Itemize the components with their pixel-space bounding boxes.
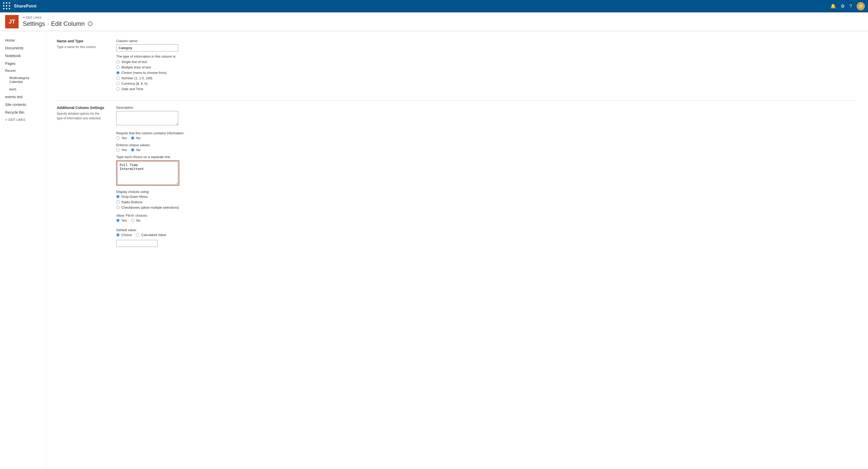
type-radio-single-line[interactable] [116,60,120,64]
display-radio-checkboxes[interactable] [116,206,120,209]
enforce-yes[interactable]: Yes [116,148,127,152]
avatar[interactable]: JT [857,2,865,10]
app-title: SharePoint [14,4,36,8]
sidebar-item-multicategory[interactable]: Multicategory Calendar [0,74,46,86]
notifications-icon[interactable]: 🔔 [830,3,836,9]
name-type-title: Name and Type [57,39,106,43]
breadcrumb-separator: › [47,21,49,27]
sidebar-item-recycle-bin[interactable]: Recycle Bin [0,108,46,116]
require-label: Require that this column contains inform… [116,131,858,135]
additional-label-col: Additional Column Settings Specify detai… [57,106,106,247]
display-choices-label: Display choices using: [116,190,858,194]
help-icon[interactable]: ? [849,4,852,9]
type-radio-multi-line[interactable] [116,66,120,69]
sidebar-item-home[interactable]: Home [0,36,46,44]
display-checkboxes[interactable]: Checkboxes (allow multiple selections) [116,206,858,210]
type-option-multi-line[interactable]: Multiple lines of text [116,65,858,69]
enforce-radio-no[interactable] [131,148,134,152]
type-option-date[interactable]: Date and Time [116,87,858,91]
type-option-single-line[interactable]: Single line of text [116,60,858,64]
additional-settings-section: Additional Column Settings Specify detai… [57,106,858,247]
require-yes[interactable]: Yes [116,136,127,140]
default-radio-calculated[interactable] [136,233,139,237]
fill-in-options: Yes No [116,218,858,224]
require-radio-yes[interactable] [116,136,120,140]
content-area: Name and Type Type a name for this colum… [46,31,868,469]
type-option-choice[interactable]: Choice (menu to choose from) [116,71,858,75]
sidebar-item-site-contents[interactable]: Site contents [0,101,46,108]
fill-in-radio-yes[interactable] [116,219,120,222]
choices-textarea[interactable]: Full Time Intermittent [117,161,178,185]
type-option-currency[interactable]: Currency ($, ¥, €) [116,82,858,86]
default-value-input[interactable] [116,240,158,247]
type-option-number[interactable]: Number (1, 1.0, 100) [116,76,858,80]
main-layout: Home Documents Notebook Pages Recent Mul… [0,31,868,469]
enforce-unique-label: Enforce unique values: [116,143,858,147]
type-label: The type of information in this column i… [116,55,858,58]
display-choices-section: Display choices using: Drop-Down Menu Ra… [116,190,858,210]
default-radio-choice[interactable] [116,233,120,237]
require-no[interactable]: No [131,136,141,140]
additional-desc: Specify detailed options for the type of… [57,111,106,121]
display-dropdown[interactable]: Drop-Down Menu [116,195,858,198]
description-label: Description: [116,106,858,110]
apps-launcher-button[interactable] [3,2,11,10]
choices-label: Type each choice on a separate line: [116,155,858,159]
default-value-section: Default value: Choice Calculated Value [116,228,858,247]
column-name-label: Column name: [116,39,858,43]
require-options: Yes No [116,136,858,142]
additional-title: Additional Column Settings [57,106,106,110]
require-radio-no[interactable] [131,136,134,140]
info-icon[interactable]: i [88,22,92,26]
type-radio-number[interactable] [116,76,120,80]
sidebar-item-documents[interactable]: Documents [0,44,46,52]
default-value-options: Choice Calculated Value [116,233,858,238]
enforce-no[interactable]: No [131,148,141,152]
edit-links-top-button[interactable]: ✏ EDIT LINKS [23,16,92,19]
display-radio-dropdown[interactable] [116,195,120,198]
display-radio-radio-buttons[interactable] [116,200,120,204]
type-radio-choice[interactable] [116,71,120,74]
description-textarea[interactable] [116,111,178,125]
site-header: JT ✏ EDIT LINKS Settings › Edit Column i [0,12,868,31]
enforce-radio-yes[interactable] [116,148,120,152]
column-name-input[interactable] [116,44,178,52]
sidebar-item-notebook[interactable]: Notebook [0,52,46,60]
pencil-icon: ✏ [23,16,25,19]
breadcrumb: Settings › Edit Column i [23,20,92,27]
sidebar: Home Documents Notebook Pages Recent Mul… [0,31,46,469]
breadcrumb-page: Edit Column [51,20,85,27]
display-radio-buttons[interactable]: Radio Buttons [116,200,858,204]
sidebar-item-pages[interactable]: Pages [0,60,46,67]
fill-in-label: Allow 'Fill-in' choices: [116,214,858,217]
default-value-label: Default value: [116,228,858,232]
name-and-type-section: Name and Type Type a name for this colum… [57,39,858,92]
sidebar-item-test1[interactable]: test1 [0,86,46,93]
breadcrumb-settings[interactable]: Settings [23,20,45,27]
pencil-icon: ✏ [5,118,7,122]
topbar-right: 🔔 ⚙ ? JT [830,2,865,10]
default-choice[interactable]: Choice [116,233,132,237]
settings-icon[interactable]: ⚙ [841,3,845,9]
name-type-label-col: Name and Type Type a name for this colum… [57,39,106,92]
name-type-content: Column name: The type of information in … [116,39,858,92]
topbar-left: SharePoint [3,2,36,10]
edit-links-button[interactable]: ✏ EDIT LINKS [0,116,46,123]
fill-in-no[interactable]: No [131,218,141,222]
default-calculated[interactable]: Calculated Value [136,233,166,237]
sidebar-item-events-test[interactable]: events test [0,93,46,101]
choices-box: Full Time Intermittent [116,160,179,186]
fill-in-section: Allow 'Fill-in' choices: Yes No [116,214,858,224]
fill-in-yes[interactable]: Yes [116,218,127,222]
type-radio-date[interactable] [116,87,120,91]
additional-content: Description: Require that this column co… [116,106,858,247]
topbar: SharePoint 🔔 ⚙ ? JT [0,0,868,12]
enforce-unique-options: Yes No [116,148,858,153]
type-radio-currency[interactable] [116,82,120,85]
fill-in-radio-no[interactable] [131,219,134,222]
site-logo: JT [5,15,19,28]
sidebar-recent-label: Recent [0,67,46,74]
name-type-desc: Type a name for this column. [57,45,106,49]
